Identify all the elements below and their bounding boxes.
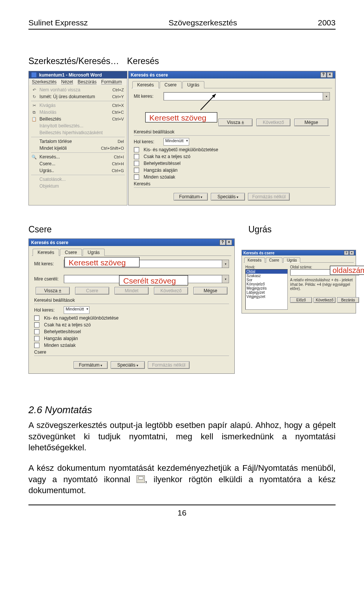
menu-nezet[interactable]: Nézet [61, 79, 73, 85]
dd-hol-keres[interactable]: Mindenütt [64, 306, 89, 314]
list-item[interactable]: Végjegyzet [246, 295, 287, 299]
list-item[interactable]: Megjegyzés [246, 286, 287, 290]
goto-listbox[interactable]: OldalSzakaszSorKönyvjelzőMegjegyzésLábje… [245, 269, 288, 310]
tab-ugras[interactable]: Ugrás [182, 81, 204, 88]
menu-szerkesztes[interactable]: Szerkesztés [32, 79, 56, 85]
running-header: Sulinet Expressz Szövegszerkesztés 2003 [28, 18, 336, 27]
menu-item-shortcut: Ctrl+C [112, 110, 124, 114]
chk-hangzas[interactable] [34, 336, 39, 341]
chk-szoalak[interactable] [34, 343, 39, 348]
btn-elozo[interactable]: Előző [290, 297, 312, 303]
dd-hol-keres[interactable]: Mindenütt [163, 138, 189, 146]
close-icon[interactable]: × [349, 251, 354, 255]
chk-behely[interactable] [34, 329, 39, 334]
chevron-down-icon[interactable]: ▾ [222, 260, 229, 268]
menu-item-label: Csere... [39, 161, 112, 166]
btn-megse[interactable]: Mégse [193, 287, 228, 295]
btn-kovetkezo[interactable]: Következő [256, 119, 290, 126]
header-rule [28, 29, 336, 30]
replace-dialog-title: Keresés és csere [31, 240, 68, 245]
chk-teljesszo[interactable] [34, 322, 39, 328]
word-menubar: Szerkesztés Nézet Beszúrás Formátum [29, 78, 127, 85]
menu-item-icon: ↻ [31, 94, 37, 99]
tab-kereses[interactable]: Keresés [244, 257, 265, 263]
btn-formazas-nelkul[interactable]: Formázás nélkül [148, 361, 190, 369]
chk-hangzas[interactable] [134, 168, 139, 173]
arrow-annotation [198, 91, 220, 114]
close-icon[interactable]: × [327, 72, 333, 78]
btn-csere[interactable]: Csere [75, 287, 109, 295]
menu-item[interactable]: Csatolások... [29, 176, 127, 183]
btn-formatum[interactable]: Formátum [74, 361, 108, 369]
menu-item[interactable]: ↶Nem vonható visszaCtrl+Z [29, 86, 127, 93]
btn-bezaras[interactable]: Bezárás [337, 297, 359, 303]
help-icon[interactable]: ? [320, 72, 326, 78]
btn-mindet[interactable]: Mindet [115, 287, 149, 295]
list-item[interactable]: Sor [246, 278, 287, 282]
list-item[interactable]: Lábjegyzet [246, 290, 287, 295]
goto-dialog-titlebar: Keresés és csere ? × [242, 250, 356, 255]
word-titlebar: kumentum1 - Microsoft Word [29, 71, 127, 78]
menu-item[interactable]: Ugrás..Ctrl+G [29, 167, 127, 174]
chk-kisnagy[interactable] [34, 315, 39, 321]
menu-separator [31, 101, 125, 101]
close-icon[interactable]: × [226, 240, 232, 245]
tab-ugras[interactable]: Ugrás [83, 249, 105, 256]
menu-item-label: Kivágás [39, 103, 112, 108]
btn-vissza[interactable]: Vissza ± [36, 287, 70, 295]
btn-vissza[interactable]: Vissza ± [218, 119, 253, 126]
menu-item[interactable]: ✂KivágásCtrl+X [29, 102, 127, 109]
find-input[interactable]: ▾ [163, 92, 330, 100]
chevron-down-icon[interactable]: ▾ [222, 275, 229, 283]
menu-item[interactable]: Mindet kijelöliCtrl+Shift+O [29, 145, 127, 152]
tab-ugras[interactable]: Ugrás [283, 257, 300, 263]
chk-szoalak[interactable] [134, 174, 139, 180]
chk-kisnagy[interactable] [134, 147, 139, 152]
figure2-captions: Csere Ugrás [28, 224, 336, 235]
menu-item[interactable]: Tartalom törléseDel [29, 138, 127, 145]
replace-dialog-titlebar: Keresés és csere ? × [29, 239, 234, 246]
caption-ugras: Ugrás [248, 224, 271, 235]
btn-specialis[interactable]: Speciális [111, 361, 145, 369]
tab-kereses[interactable]: Keresés [132, 81, 159, 88]
chk-teljesszo[interactable] [134, 154, 139, 159]
menu-item-shortcut: Ctrl+I [114, 155, 124, 159]
lbl-hova: Hová: [245, 265, 288, 269]
menu-item[interactable]: ⧉MásolásCtrl+C [29, 109, 127, 116]
chk-behely[interactable] [134, 161, 139, 166]
menu-item-shortcut: Del [118, 139, 124, 144]
menu-item-label: Nem vonható vissza [39, 87, 112, 92]
find-tabs: Keresés Csere Ugrás [129, 78, 335, 88]
menu-beszuras[interactable]: Beszúrás [78, 79, 97, 85]
menu-item-icon [31, 177, 37, 182]
menu-item[interactable]: ↻Ismét: Új üres dokumentumCtrl+Y [29, 93, 127, 100]
lbl-mire-csereli: Mire cseréli: [34, 276, 64, 282]
menu-item[interactable]: Irányított beillesztés... [29, 122, 127, 129]
btn-specialis[interactable]: Speciális [211, 193, 245, 201]
menu-item[interactable]: 📋BeillesztésCtrl+V [29, 116, 127, 122]
tab-csere[interactable]: Csere [60, 249, 82, 256]
menu-item[interactable]: Objektum [29, 183, 127, 190]
menu-item[interactable]: 🔍Keresés...Ctrl+I [29, 154, 127, 160]
list-item[interactable]: Oldal [246, 270, 287, 274]
help-icon[interactable]: ? [220, 240, 226, 245]
menu-formatum[interactable]: Formátum [101, 79, 122, 85]
tab-csere[interactable]: Csere [266, 257, 283, 263]
btn-kovetkezo[interactable]: Következő [314, 297, 336, 303]
btn-formazas-nelkul[interactable]: Formázás nélkül [248, 193, 290, 201]
replace-tabs: Keresés Csere Ugrás [29, 246, 234, 255]
list-item[interactable]: Könyvjelző [246, 282, 287, 286]
menu-item[interactable]: Beillesztés hiperhivatkozásként [29, 129, 127, 136]
btn-kovetkezo[interactable]: Következő [154, 287, 188, 295]
chevron-down-icon[interactable]: ▾ [323, 92, 329, 100]
btn-megse[interactable]: Mégse [294, 119, 328, 126]
list-item[interactable]: Szakasz [246, 274, 287, 278]
menu-item-icon [31, 146, 37, 151]
tab-kereses[interactable]: Keresés [33, 249, 59, 256]
menu-item[interactable]: Csere...Ctrl+H [29, 160, 127, 167]
menu-item-label: Csatolások... [39, 177, 124, 182]
btn-formatum[interactable]: Formátum [174, 193, 208, 201]
menu-item-label: Beillesztés [39, 116, 112, 122]
tab-csere[interactable]: Csere [160, 81, 182, 88]
help-icon[interactable]: ? [344, 251, 349, 255]
